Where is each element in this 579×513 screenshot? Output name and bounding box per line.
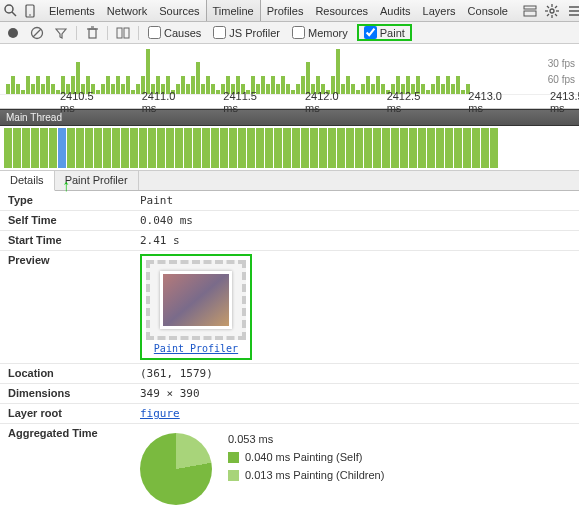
pie-chart (140, 433, 212, 505)
drawer-icon[interactable] (522, 3, 538, 19)
paint-preview-thumb[interactable] (146, 260, 246, 340)
tab-audits[interactable]: Audits (374, 0, 417, 21)
svg-point-0 (5, 5, 13, 13)
tab-timeline[interactable]: Timeline (206, 0, 261, 21)
separator (138, 26, 139, 40)
svg-point-6 (550, 9, 554, 13)
tick: 2413.5 ms (550, 90, 579, 114)
tab-profiles[interactable]: Profiles (261, 0, 310, 21)
value-start-time: 2.41 s (140, 234, 579, 247)
details-tabs: Details Paint Profiler (0, 171, 579, 191)
paint-profiler-link[interactable]: Paint Profiler (146, 343, 246, 354)
pie-legend: 0.053 ms 0.040 ms Painting (Self) 0.013 … (228, 433, 384, 481)
swatch-self (228, 452, 239, 463)
time-ruler: 2410.5 ms 2411.0 ms 2411.5 ms 2412.0 ms … (0, 94, 579, 108)
pie-total: 0.053 ms (228, 433, 384, 445)
filter-icon[interactable] (52, 24, 70, 42)
legend-children: 0.013 ms Painting (Children) (245, 469, 384, 481)
checkbox-label: Causes (164, 27, 201, 39)
overview-bars (0, 49, 579, 94)
separator (107, 26, 108, 40)
tick: 2411.0 ms (142, 90, 176, 114)
device-icon[interactable] (25, 3, 35, 19)
svg-rect-5 (524, 11, 536, 16)
checkbox-label: Paint (380, 27, 405, 39)
view-mode-icon[interactable] (114, 24, 132, 42)
label-self-time: Self Time (0, 214, 140, 227)
tab-console[interactable]: Console (462, 0, 514, 21)
value-dimensions: 349 × 390 (140, 387, 579, 400)
svg-line-11 (547, 6, 549, 8)
layer-root-link[interactable]: figure (140, 407, 180, 420)
tick: 2412.0 ms (305, 90, 339, 114)
label-aggregated-time: Aggregated Time (0, 427, 140, 439)
highlight-paint-checkbox: Paint (357, 24, 412, 41)
timeline-overview[interactable]: 30 fps 60 fps 2410.5 ms 2411.0 ms 2411.5… (0, 44, 579, 109)
svg-line-14 (547, 14, 549, 16)
timeline-toolbar: Causes JS Profiler Memory Paint (0, 22, 579, 44)
svg-line-1 (12, 12, 16, 16)
label-start-time: Start Time (0, 234, 140, 247)
details-panel: TypePaint Self Time0.040 ms Start Time2.… (0, 191, 579, 513)
checkbox-label: JS Profiler (229, 27, 280, 39)
more-menu-icon[interactable] (566, 3, 579, 19)
selected-paint-event[interactable] (58, 128, 66, 168)
svg-line-13 (555, 6, 557, 8)
search-icon[interactable] (4, 3, 17, 19)
devtools-tabbar: Elements Network Sources Timeline Profil… (0, 0, 579, 22)
svg-line-20 (33, 29, 41, 37)
tick: 2413.0 ms (468, 90, 502, 114)
tick: 2411.5 ms (223, 90, 257, 114)
legend-self: 0.040 ms Painting (Self) (245, 451, 362, 463)
svg-line-12 (555, 14, 557, 16)
settings-gear-icon[interactable] (544, 3, 560, 19)
tab-sources[interactable]: Sources (153, 0, 205, 21)
panel-tabs: Elements Network Sources Timeline Profil… (43, 0, 514, 21)
tab-network[interactable]: Network (101, 0, 153, 21)
tab-details[interactable]: Details (0, 171, 55, 191)
highlight-preview: Paint Profiler (140, 254, 252, 360)
svg-point-3 (29, 14, 31, 16)
tab-layers[interactable]: Layers (417, 0, 462, 21)
checkbox-label: Memory (308, 27, 348, 39)
label-layer-root: Layer root (0, 407, 140, 420)
tick: 2410.5 ms (60, 90, 94, 114)
aggregated-time-chart: 0.053 ms 0.040 ms Painting (Self) 0.013 … (140, 427, 579, 511)
checkbox-paint[interactable]: Paint (361, 26, 408, 39)
tab-resources[interactable]: Resources (309, 0, 374, 21)
label-preview: Preview (0, 254, 140, 266)
label-type: Type (0, 194, 140, 207)
mainthread-track[interactable] (0, 126, 579, 171)
svg-rect-21 (89, 29, 96, 38)
checkbox-memory[interactable]: Memory (289, 26, 351, 39)
svg-rect-4 (524, 6, 536, 9)
arrow-up-icon: ↑ (62, 177, 70, 195)
clear-icon[interactable] (28, 24, 46, 42)
value-type: Paint (140, 194, 579, 207)
swatch-children (228, 470, 239, 481)
record-icon[interactable] (4, 24, 22, 42)
value-self-time: 0.040 ms (140, 214, 579, 227)
checkbox-js-profiler[interactable]: JS Profiler (210, 26, 283, 39)
separator (76, 26, 77, 40)
tick: 2412.5 ms (387, 90, 421, 114)
checkbox-causes[interactable]: Causes (145, 26, 204, 39)
svg-rect-25 (124, 28, 129, 38)
label-dimensions: Dimensions (0, 387, 140, 400)
label-location: Location (0, 367, 140, 380)
gc-trash-icon[interactable] (83, 24, 101, 42)
value-location: (361, 1579) (140, 367, 579, 380)
svg-rect-24 (117, 28, 122, 38)
tab-elements[interactable]: Elements (43, 0, 101, 21)
svg-point-18 (8, 28, 18, 38)
